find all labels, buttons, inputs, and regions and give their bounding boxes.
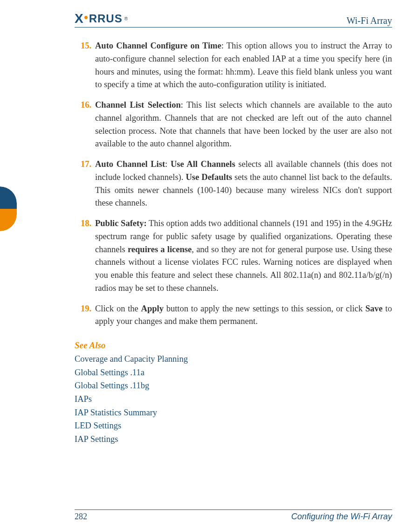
step-bold2: requires a license [128,245,192,254]
page-number: 282 [75,512,87,522]
see-also-link[interactable]: LED Settings [75,419,392,433]
see-also-link[interactable]: IAP Statistics Summary [75,406,392,420]
see-also-link[interactable]: Global Settings .11a [75,366,392,379]
step-lead: Auto Channel Configure on Time [95,41,221,50]
see-also-link[interactable]: IAP Settings [75,433,392,446]
logo-dot-icon [84,16,88,19]
step-sep: : [221,41,227,50]
step-number: 19. [75,303,91,316]
step-mid1: button to apply the new settings to this… [164,304,365,313]
see-also-heading: See Also [75,340,392,351]
step-lead: Auto Channel List [95,159,165,169]
step-18: 18. Public Safety: This option adds two … [75,217,392,295]
logo-x-letter: X [75,11,83,26]
page-footer: 282 Configuring the Wi-Fi Array [75,509,392,522]
step-number: 16. [75,99,91,112]
step-lead: Channel List Selection [95,100,181,110]
step-17: 17. Auto Channel List: Use All Channels … [75,158,392,210]
step-number: 17. [75,158,91,171]
page-header: X RRUS ® Wi-Fi Array [75,11,392,28]
step-sep: : [181,100,186,110]
step-pre: Click on the [95,304,141,313]
step-bold3: Use Defaults [186,172,232,182]
step-bold2: Apply [141,304,164,313]
step-sep: : [165,159,171,169]
step-bold3: Save [365,304,383,313]
side-thumb-tab [0,186,17,231]
main-content: 15. Auto Channel Configure on Time: This… [75,40,392,446]
step-number: 18. [75,217,91,230]
step-number: 15. [75,40,91,53]
step-16: 16. Channel List Selection: This list se… [75,99,392,151]
see-also-link[interactable]: Global Settings .11bg [75,379,392,392]
registered-icon: ® [124,16,128,21]
see-also-link[interactable]: IAPs [75,392,392,406]
step-bold2: Use All Channels [171,159,235,169]
xirrus-logo: X RRUS ® [75,11,128,26]
footer-section-title: Configuring the Wi-Fi Array [291,512,392,522]
step-lead: Public Safety: [95,219,147,228]
step-15: 15. Auto Channel Configure on Time: This… [75,40,392,91]
logo-text: RRUS [89,12,123,25]
step-19: 19. Click on the Apply button to apply t… [75,303,392,329]
see-also-section: See Also Coverage and Capacity Planning … [75,340,392,446]
header-title: Wi-Fi Array [346,15,392,26]
step-list: 15. Auto Channel Configure on Time: This… [75,40,392,328]
see-also-link[interactable]: Coverage and Capacity Planning [75,352,392,366]
